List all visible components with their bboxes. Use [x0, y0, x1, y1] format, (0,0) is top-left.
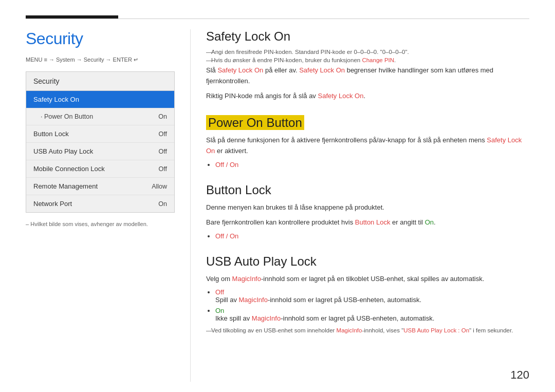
nav-label-network-port: Network Port: [33, 200, 72, 208]
safety-lock-on-link2: Safety Lock On: [299, 66, 345, 74]
usb-on-bullet: On Ikke spill av MagicInfo-innhold som e…: [215, 307, 529, 322]
section-safety-lock-on: Safety Lock On Angi den firesifrede PIN-…: [206, 29, 529, 101]
usb-magicinfo-link1: MagicInfo: [232, 275, 261, 283]
nav-value-network-port: On: [158, 200, 167, 208]
nav-label-power-on-button: · Power On Button: [41, 113, 93, 120]
left-panel: Security MENU ≡ → System → Security → EN…: [26, 29, 190, 382]
menu-path: MENU ≡ → System → Security → ENTER ↵: [26, 57, 175, 63]
page-number: 120: [510, 368, 529, 382]
safety-lock-body2: Riktig PIN-kode må angis for å slå av Sa…: [206, 91, 529, 102]
nav-value-usb-auto-play-lock: Off: [159, 148, 167, 155]
nav-label-mobile-connection-lock: Mobile Connection Lock: [33, 165, 105, 173]
usb-off-magicinfo-link: MagicInfo: [239, 296, 268, 304]
power-on-safety-lock-link: Safety Lock On: [206, 136, 522, 155]
nav-item-mobile-connection-lock[interactable]: Mobile Connection Lock Off: [26, 160, 174, 178]
right-panel: Safety Lock On Angi den firesifrede PIN-…: [190, 29, 529, 382]
nav-item-usb-auto-play-lock[interactable]: USB Auto Play Lock Off: [26, 143, 174, 160]
nav-box-title: Security: [26, 72, 174, 91]
power-on-button-body: Slå på denne funksjonen for å aktivere f…: [206, 135, 529, 157]
safety-lock-note1: Angi den firesifrede PIN-koden. Standard…: [206, 49, 529, 55]
power-on-button-title: Power On Button: [206, 116, 529, 130]
nav-item-safety-lock-on[interactable]: Safety Lock On: [26, 91, 174, 108]
section-usb-auto-play-lock: USB Auto Play Lock Velg om MagicInfo-inn…: [206, 254, 529, 334]
power-on-button-highlight: Power On Button: [206, 115, 304, 130]
button-lock-off-on-bullet: Off / On: [215, 232, 529, 240]
usb-off-bullet: Off Spill av MagicInfo-innhold som er la…: [215, 288, 529, 304]
button-lock-on-link: On: [425, 218, 434, 226]
power-on-button-bullets: Off / On: [215, 161, 529, 169]
usb-footnote: Ved tilkobling av en USB-enhet som inneh…: [206, 327, 529, 333]
nav-value-button-lock: Off: [159, 130, 167, 138]
section-power-on-button: Power On Button Slå på denne funksjonen …: [206, 116, 529, 169]
safety-lock-on-link1: Safety Lock On: [217, 66, 263, 74]
section-button-lock: Button Lock Denne menyen kan brukes til …: [206, 183, 529, 240]
usb-body1: Velg om MagicInfo-innhold som er lagret …: [206, 274, 529, 285]
safety-lock-note2: Hvis du ønsker å endre PIN-koden, bruker…: [206, 57, 529, 63]
power-on-off-on-bullet: Off / On: [215, 161, 529, 169]
usb-on-text: Ikke spill av MagicInfo-innhold som er l…: [215, 314, 434, 322]
usb-on-label: On: [215, 307, 224, 314]
button-lock-bullets: Off / On: [215, 232, 529, 240]
page-title: Security: [26, 29, 175, 48]
usb-note-magicinfo-link: MagicInfo: [337, 327, 362, 333]
nav-label-remote-management: Remote Management: [33, 182, 98, 190]
safety-lock-body1: Slå Safety Lock On på eller av. Safety L…: [206, 65, 529, 87]
nav-item-button-lock[interactable]: Button Lock Off: [26, 125, 174, 143]
safety-lock-on-title: Safety Lock On: [206, 29, 529, 44]
nav-item-network-port[interactable]: Network Port On: [26, 195, 174, 212]
usb-note-lock-link: USB Auto Play Lock : On: [403, 327, 469, 333]
content-area: Security MENU ≡ → System → Security → EN…: [0, 19, 555, 392]
usb-off-label: Off: [215, 288, 224, 296]
button-lock-link: Button Lock: [355, 218, 391, 226]
nav-label-usb-auto-play-lock: USB Auto Play Lock: [33, 147, 93, 155]
change-pin-link[interactable]: Change PIN: [362, 57, 394, 63]
button-lock-body2: Bare fjernkontrollen kan kontrollere pro…: [206, 217, 529, 228]
nav-value-mobile-connection-lock: Off: [159, 165, 167, 173]
button-lock-title: Button Lock: [206, 183, 529, 197]
nav-box: Security Safety Lock On · Power On Butto…: [26, 71, 175, 213]
button-lock-body1: Denne menyen kan brukes til å låse knapp…: [206, 202, 529, 213]
usb-bullets: Off Spill av MagicInfo-innhold som er la…: [215, 288, 529, 322]
menu-path-text: MENU ≡ → System → Security → ENTER ↵: [26, 57, 138, 63]
safety-lock-on-link3: Safety Lock On: [318, 92, 363, 100]
usb-auto-play-lock-title: USB Auto Play Lock: [206, 254, 529, 269]
nav-item-remote-management[interactable]: Remote Management Allow: [26, 178, 174, 195]
page-container: Security MENU ≡ → System → Security → EN…: [0, 0, 555, 392]
nav-value-power-on-button: On: [158, 113, 167, 120]
usb-on-magicinfo-link: MagicInfo: [252, 314, 281, 322]
nav-value-remote-management: Allow: [152, 183, 167, 190]
nav-item-power-on-button[interactable]: · Power On Button On: [26, 108, 174, 125]
nav-label-button-lock: Button Lock: [33, 130, 69, 138]
usb-off-text: Spill av MagicInfo-innhold som er lagret…: [215, 296, 421, 304]
footnote: Hvilket bilde som vises, avhenger av mod…: [26, 221, 175, 227]
nav-label-safety-lock-on: Safety Lock On: [33, 96, 79, 103]
